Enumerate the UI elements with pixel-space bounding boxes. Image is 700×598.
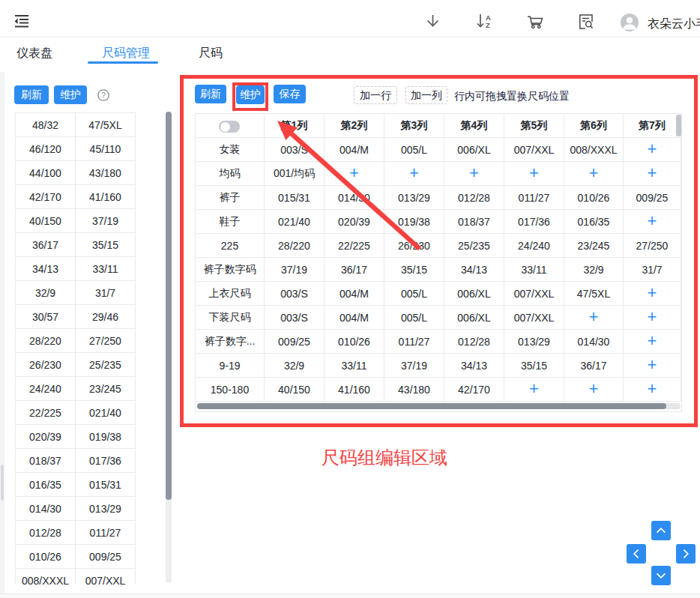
svg-text:?: ? (101, 91, 106, 100)
svg-text:Z: Z (486, 21, 490, 28)
